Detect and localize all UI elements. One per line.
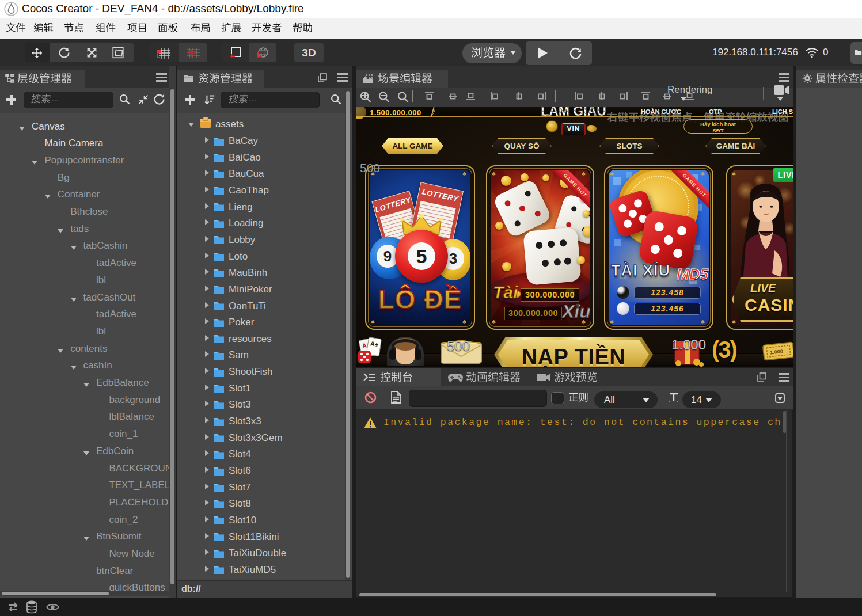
svg-text:A♠: A♠: [370, 340, 378, 348]
